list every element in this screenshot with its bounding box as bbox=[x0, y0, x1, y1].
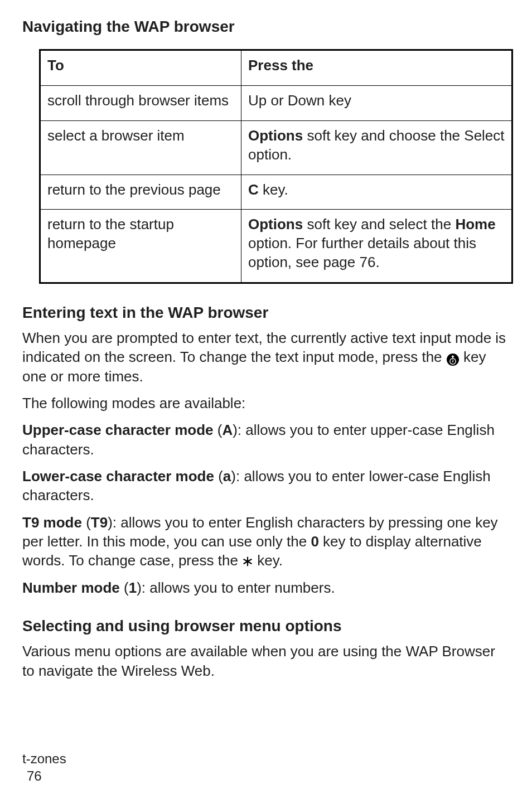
table-row: scroll through browser items Up or Down … bbox=[40, 86, 512, 121]
text-span: key. bbox=[259, 181, 288, 198]
c-key-bold: C bbox=[248, 181, 259, 198]
paragraph-upper-case: Upper-case character mode (A): allows yo… bbox=[22, 420, 510, 459]
paragraph-intro: When you are prompted to enter text, the… bbox=[22, 328, 510, 386]
table-cell: Options soft key and choose the Select o… bbox=[241, 120, 512, 175]
table-cell: Up or Down key bbox=[241, 86, 512, 121]
text-span: ( bbox=[120, 579, 129, 596]
table-cell: C key. bbox=[241, 175, 512, 210]
page-footer: t-zones 76 bbox=[22, 750, 66, 785]
paragraph-t9-mode: T9 mode (T9): allows you to enter Englis… bbox=[22, 513, 510, 570]
options-bold: Options bbox=[248, 216, 303, 233]
table-cell: select a browser item bbox=[40, 120, 241, 175]
t9-mode-label: T9 mode bbox=[22, 514, 82, 531]
table-cell: return to the previous page bbox=[40, 175, 241, 210]
text-span: ): allows you to enter numbers. bbox=[137, 579, 335, 596]
paragraph-number-mode: Number mode (1): allows you to enter num… bbox=[22, 578, 510, 597]
table-header-to: To bbox=[40, 50, 241, 86]
heading-entering-text: Entering text in the WAP browser bbox=[22, 303, 510, 323]
text-span: soft key and select the bbox=[303, 216, 455, 233]
heading-navigating: Navigating the WAP browser bbox=[22, 17, 510, 37]
table-cell: Options soft key and select the Home opt… bbox=[241, 210, 512, 283]
upper-case-letter: A bbox=[222, 422, 233, 438]
lower-case-letter: a bbox=[223, 468, 231, 485]
text-span: ( bbox=[82, 514, 91, 531]
number-letter: 1 bbox=[129, 579, 137, 596]
t9-letter: T9 bbox=[91, 514, 108, 531]
table-row: select a browser item Options soft key a… bbox=[40, 120, 512, 175]
lower-case-mode-label: Lower-case character mode bbox=[22, 468, 214, 485]
text-span: ( bbox=[213, 422, 222, 438]
paragraph-modes-available: The following modes are available: bbox=[22, 394, 510, 413]
heading-selecting-menu: Selecting and using browser menu options bbox=[22, 616, 510, 636]
wap-navigation-table: To Press the scroll through browser item… bbox=[39, 49, 513, 283]
home-bold: Home bbox=[455, 216, 495, 233]
table-row: return to the previous page C key. bbox=[40, 175, 512, 210]
paragraph-lower-case: Lower-case character mode (a): allows yo… bbox=[22, 467, 510, 505]
text-span: key. bbox=[257, 552, 283, 569]
table-cell: return to the startup homepage bbox=[40, 210, 241, 283]
text-span: When you are prompted to enter text, the… bbox=[22, 330, 506, 365]
text-span: option. For further details about this o… bbox=[248, 235, 476, 270]
table-header-press: Press the bbox=[241, 50, 512, 86]
upper-case-mode-label: Upper-case character mode bbox=[22, 422, 213, 438]
footer-page-number: 76 bbox=[22, 767, 66, 785]
footer-section-label: t-zones bbox=[22, 750, 66, 767]
table-cell: scroll through browser items bbox=[40, 86, 241, 121]
paragraph-menu-options: Various menu options are available when … bbox=[22, 642, 510, 680]
table-row: return to the startup homepage Options s… bbox=[40, 210, 512, 283]
options-bold: Options bbox=[248, 127, 303, 144]
zero-key: 0 bbox=[311, 533, 318, 550]
i-key-icon bbox=[446, 352, 460, 365]
star-key-icon bbox=[242, 552, 257, 569]
number-mode-label: Number mode bbox=[22, 579, 120, 596]
text-span: ( bbox=[214, 468, 223, 485]
